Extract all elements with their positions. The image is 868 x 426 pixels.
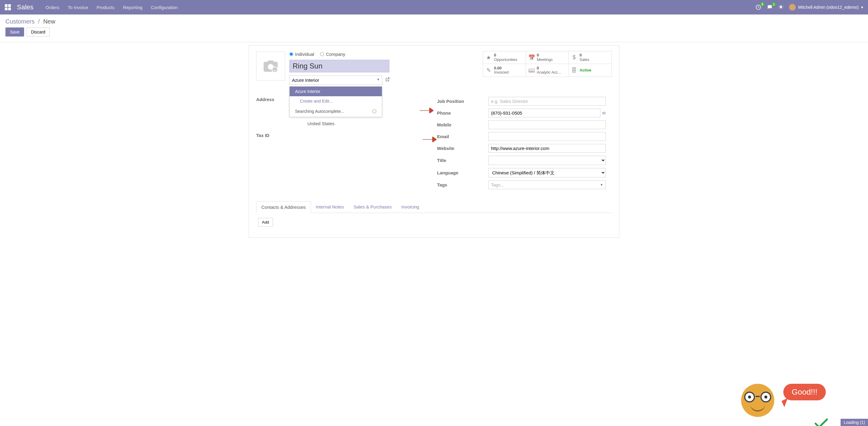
tab-contacts[interactable]: Contacts & Addresses [256, 201, 311, 213]
activity-badge: 5 [761, 2, 765, 6]
company-input[interactable] [289, 76, 382, 85]
nav-to-invoice[interactable]: To Invoice [68, 5, 88, 10]
tab-internal-notes[interactable]: Internal Notes [311, 201, 349, 213]
label-job-position: Job Position [437, 98, 488, 104]
dollar-icon: $ [571, 54, 577, 61]
dropdown-searching: Searching Autocomplete... [290, 106, 382, 117]
apps-icon[interactable] [5, 4, 11, 10]
label-tags: Tags [437, 182, 488, 187]
activity-icon[interactable]: 5 [755, 4, 761, 10]
nav-products[interactable]: Products [96, 5, 114, 10]
label-phone: Phone [437, 110, 488, 116]
breadcrumb-sep: / [38, 18, 40, 25]
stat-active[interactable]: 🗄 Active [569, 64, 612, 77]
chevron-down-icon: ▾ [861, 5, 863, 10]
user-menu[interactable]: Mitchell Admin (odoo12_edemo) ▾ [789, 4, 863, 10]
dropdown-item-azure[interactable]: Azure Interior [290, 87, 382, 96]
stat-invoiced[interactable]: ✎ 0.00Invoiced [483, 64, 526, 77]
stat-sales[interactable]: $ 0Sales [569, 51, 612, 64]
tab-invoicing[interactable]: Invoicing [397, 201, 424, 213]
label-title: Title [437, 158, 488, 163]
nav-menu: Orders To Invoice Products Reporting Con… [45, 5, 755, 10]
breadcrumb: Customers / New [5, 18, 863, 25]
label-tax-id: Tax ID [256, 133, 307, 138]
nav-reporting[interactable]: Reporting [123, 5, 143, 10]
calendar-icon: 📅 [528, 54, 534, 61]
company-dropdown: Azure Interior Create and Edit... Search… [289, 86, 382, 117]
radio-individual[interactable]: Individual [289, 52, 314, 57]
language-select[interactable]: Chinese (Simplified) / 简体中文 [488, 168, 606, 177]
label-email: Email [437, 134, 488, 139]
dropdown-create-edit[interactable]: Create and Edit... [290, 96, 382, 106]
svg-text:+: + [274, 68, 276, 73]
discuss-icon[interactable]: 1 [767, 4, 773, 10]
website-input[interactable] [488, 144, 606, 153]
stat-meetings[interactable]: 📅 0Meetings [526, 51, 569, 64]
navbar: Sales Orders To Invoice Products Reporti… [0, 0, 868, 15]
save-button[interactable]: Save [5, 27, 24, 36]
email-input[interactable] [488, 132, 606, 141]
avatar-icon [789, 4, 796, 10]
sms-icon[interactable]: ✉ [602, 111, 606, 116]
notebook-tabs: Contacts & Addresses Internal Notes Sale… [256, 201, 612, 213]
label-language: Language [437, 170, 488, 175]
image-upload[interactable]: + [256, 52, 285, 81]
add-button[interactable]: Add [258, 218, 273, 227]
stat-buttons: ★ 0Opportunities 📅 0Meetings $ 0Sales ✎ … [483, 51, 612, 77]
tab-sales-purchases[interactable]: Sales & Purchases [349, 201, 397, 213]
spinner-icon [372, 109, 376, 113]
archive-icon: 🗄 [571, 67, 577, 74]
user-name: Mitchell Admin (odoo12_edemo) [798, 5, 859, 10]
nav-configuration[interactable]: Configuration [151, 5, 178, 10]
chevron-down-icon: ▼ [600, 183, 603, 187]
arrow-phone-icon [419, 106, 434, 117]
star-icon: ★ [486, 54, 492, 61]
nav-orders[interactable]: Orders [45, 5, 59, 10]
radio-company[interactable]: Company [320, 52, 345, 57]
mobile-input[interactable] [488, 120, 606, 129]
stat-analytic[interactable]: 📖 0Analytic Acc... [526, 64, 569, 77]
stat-opportunities[interactable]: ★ 0Opportunities [483, 51, 526, 64]
address-country: United States [307, 120, 431, 127]
form-sheet: ★ 0Opportunities 📅 0Meetings $ 0Sales ✎ … [249, 45, 619, 238]
external-link-icon[interactable] [385, 78, 390, 83]
label-website: Website [437, 146, 488, 151]
phone-input[interactable] [488, 109, 600, 117]
job-position-input[interactable] [488, 97, 606, 106]
breadcrumb-current: New [43, 18, 55, 25]
label-mobile: Mobile [437, 122, 488, 127]
control-panel: Customers / New Save Discard [0, 15, 868, 39]
tags-input[interactable]: Tags... ▼ [488, 180, 606, 189]
title-select[interactable] [488, 156, 606, 165]
debug-icon[interactable] [778, 4, 784, 10]
svg-point-1 [780, 6, 782, 8]
book-icon: 📖 [528, 67, 534, 74]
arrow-website-icon [422, 135, 437, 146]
pencil-icon: ✎ [486, 67, 492, 74]
discard-button[interactable]: Discard [27, 27, 50, 36]
breadcrumb-root[interactable]: Customers [5, 18, 35, 25]
name-input[interactable] [289, 60, 390, 73]
brand-title[interactable]: Sales [17, 3, 33, 11]
discuss-badge: 1 [772, 2, 776, 6]
